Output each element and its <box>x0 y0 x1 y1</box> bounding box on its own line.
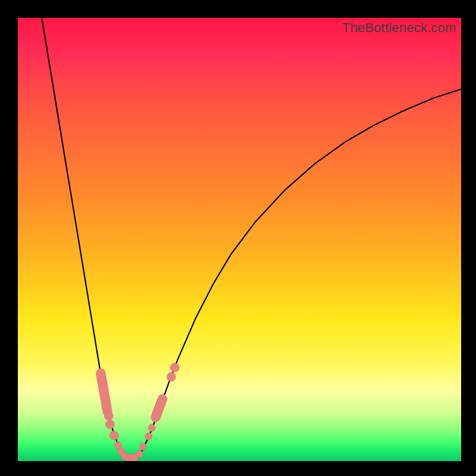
data-marker <box>145 433 152 440</box>
data-marker <box>136 450 143 458</box>
data-marker <box>109 431 118 440</box>
data-marker <box>98 377 107 386</box>
data-marker <box>170 363 179 372</box>
data-marker <box>167 372 176 381</box>
curve-layer <box>18 18 461 461</box>
chart-frame: TheBottleneck.com <box>0 0 476 476</box>
data-marker <box>156 398 165 407</box>
data-markers <box>98 363 179 461</box>
curve-right-branch <box>137 89 461 458</box>
plot-area: TheBottleneck.com <box>18 18 461 461</box>
data-marker <box>104 412 113 421</box>
data-marker <box>102 401 111 410</box>
curve-left-branch <box>42 18 124 458</box>
data-marker <box>148 424 155 431</box>
data-marker <box>139 443 146 450</box>
data-marker <box>106 420 115 429</box>
